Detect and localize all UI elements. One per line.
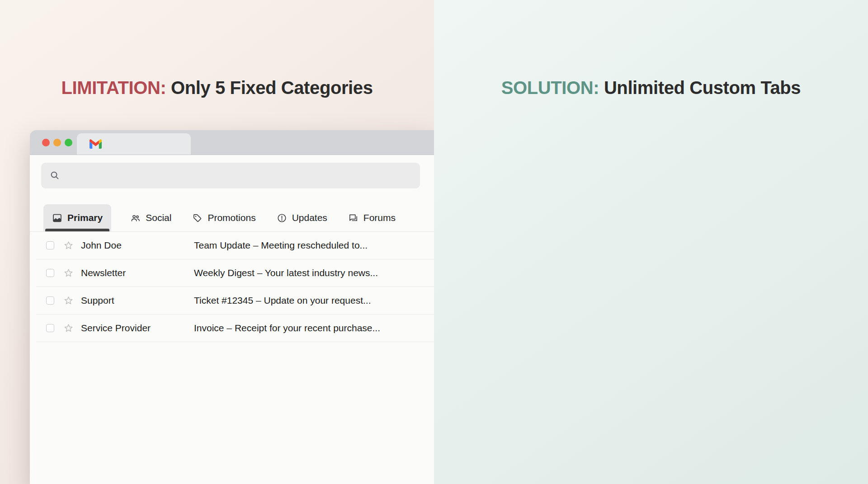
email-sender: Newsletter bbox=[81, 268, 194, 278]
comparison-graphic: LIMITATION: Only 5 Fixed Categories bbox=[0, 0, 868, 484]
email-subject: Invoice – Receipt for your recent purcha… bbox=[194, 323, 434, 334]
star-icon[interactable] bbox=[63, 240, 74, 251]
traffic-lights bbox=[42, 139, 72, 146]
star-icon[interactable] bbox=[63, 295, 74, 306]
category-tabs: Primary Social Promotions Updates Forums bbox=[43, 204, 434, 231]
checkbox[interactable] bbox=[46, 241, 54, 249]
tab-social[interactable]: Social bbox=[128, 204, 173, 231]
right-panel: SOLUTION: Unlimited Custom Tabs To Reply… bbox=[434, 0, 868, 484]
email-subject: Team Update – Meeting rescheduled to... bbox=[194, 240, 434, 251]
tab-label: Social bbox=[146, 212, 171, 223]
star-icon[interactable] bbox=[63, 268, 74, 279]
titlebar bbox=[30, 130, 434, 155]
email-row[interactable]: Newsletter Weekly Digest – Your latest i… bbox=[36, 259, 434, 287]
right-headline-highlight: SOLUTION: bbox=[501, 78, 599, 98]
forums-tab-icon bbox=[348, 213, 359, 223]
minimize-button[interactable] bbox=[53, 139, 61, 146]
email-sender: John Doe bbox=[81, 240, 194, 251]
social-tab-icon bbox=[130, 213, 141, 223]
left-panel: LIMITATION: Only 5 Fixed Categories bbox=[0, 0, 434, 484]
right-headline-rest: Unlimited Custom Tabs bbox=[599, 78, 801, 98]
close-button[interactable] bbox=[42, 139, 50, 146]
email-subject: Ticket #12345 – Update on your request..… bbox=[194, 295, 434, 306]
email-row[interactable]: Support Ticket #12345 – Update on your r… bbox=[36, 287, 434, 315]
checkbox[interactable] bbox=[46, 269, 54, 277]
tab-promotions[interactable]: Promotions bbox=[190, 204, 257, 231]
star-icon[interactable] bbox=[63, 323, 74, 334]
browser-tab[interactable] bbox=[77, 133, 191, 155]
checkbox[interactable] bbox=[46, 324, 54, 332]
zoom-button[interactable] bbox=[65, 139, 72, 146]
email-sender: Service Provider bbox=[81, 323, 194, 334]
tab-updates[interactable]: Updates bbox=[275, 204, 329, 231]
checkbox[interactable] bbox=[46, 296, 54, 305]
tab-label: Promotions bbox=[208, 212, 255, 223]
search-icon bbox=[50, 170, 60, 181]
primary-tab-icon bbox=[52, 213, 62, 223]
email-row[interactable]: John Doe Team Update – Meeting reschedul… bbox=[36, 232, 434, 259]
tab-label: Forums bbox=[363, 212, 396, 223]
email-sender: Support bbox=[81, 295, 194, 306]
right-headline: SOLUTION: Unlimited Custom Tabs bbox=[434, 78, 868, 98]
left-headline-highlight: LIMITATION: bbox=[61, 78, 166, 98]
tab-primary[interactable]: Primary bbox=[43, 204, 111, 231]
promotions-tab-icon bbox=[192, 213, 203, 223]
tab-forums[interactable]: Forums bbox=[346, 204, 397, 231]
tab-label: Updates bbox=[292, 212, 327, 223]
email-list: John Doe Team Update – Meeting reschedul… bbox=[36, 232, 434, 342]
updates-tab-icon bbox=[277, 213, 287, 223]
search-input[interactable] bbox=[41, 163, 420, 188]
gmail-logo-icon bbox=[90, 139, 102, 149]
email-row[interactable]: Service Provider Invoice – Receipt for y… bbox=[36, 315, 434, 342]
email-subject: Weekly Digest – Your latest industry new… bbox=[194, 268, 434, 278]
tab-label: Primary bbox=[67, 212, 103, 223]
left-headline-rest: Only 5 Fixed Categories bbox=[166, 78, 373, 98]
browser-window-limitation: Primary Social Promotions Updates Forums bbox=[30, 130, 434, 484]
left-headline: LIMITATION: Only 5 Fixed Categories bbox=[0, 78, 434, 98]
